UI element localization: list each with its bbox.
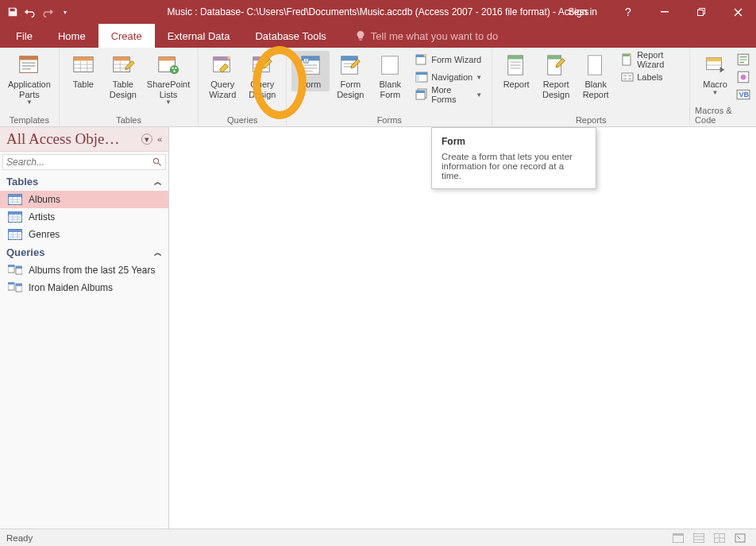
query-design-icon [249, 52, 275, 78]
redo-icon[interactable] [41, 6, 54, 18]
blank-report-label: Blank Report [583, 79, 609, 99]
nav-item-artists[interactable]: Artists [0, 208, 168, 226]
view-button-3[interactable] [710, 531, 729, 545]
tab-external-data[interactable]: External Data [155, 24, 243, 48]
svg-rect-55 [623, 78, 627, 80]
report-wizard-icon [621, 53, 634, 66]
module-icon[interactable] [736, 52, 750, 67]
svg-rect-41 [416, 91, 425, 93]
view-button-1[interactable] [669, 531, 688, 545]
help-button[interactable]: ? [610, 0, 646, 24]
minimize-button[interactable] [646, 0, 683, 24]
search-input[interactable] [6, 157, 152, 168]
blank-form-button[interactable]: Blank Form [371, 51, 409, 101]
table-design-button[interactable]: Table Design [104, 51, 142, 101]
svg-rect-37 [416, 72, 427, 75]
svg-rect-51 [623, 54, 631, 56]
blank-form-label: Blank Form [380, 79, 402, 99]
svg-rect-44 [511, 61, 521, 63]
nav-item-albums[interactable]: Albums [0, 191, 168, 208]
form-wizard-button[interactable]: Form Wizard [411, 51, 487, 68]
svg-rect-78 [16, 284, 22, 286]
nav-pane-header[interactable]: All Access Obje… ▾ « [0, 127, 168, 152]
blank-report-button[interactable]: Blank Report [577, 51, 615, 101]
svg-text:VB: VB [739, 91, 749, 99]
form-tooltip: Form Create a form that lets you enter i… [431, 127, 596, 189]
svg-rect-4 [20, 56, 38, 60]
nav-section-queries[interactable]: Queries ︽ [0, 243, 168, 261]
svg-rect-58 [706, 58, 721, 62]
group-macros: Macro ▼ VB Macros & Code [690, 48, 756, 126]
application-parts-icon [17, 52, 42, 78]
form-icon [298, 52, 323, 78]
report-wizard-button[interactable]: Report Wizard [616, 51, 685, 68]
form-design-icon [338, 52, 363, 78]
report-button[interactable]: Report [497, 51, 535, 91]
nav-item-label: Artists [29, 211, 55, 223]
svg-rect-81 [693, 533, 704, 543]
save-icon[interactable] [6, 6, 19, 18]
svg-rect-46 [511, 68, 521, 69]
view-button-2[interactable] [689, 531, 708, 545]
view-button-4[interactable] [731, 531, 750, 545]
tell-me-search[interactable]: Tell me what you want to do [339, 24, 498, 48]
svg-rect-68 [9, 212, 22, 215]
workspace: All Access Obje… ▾ « Tables ︽ Albums Art… [0, 127, 756, 529]
tab-create[interactable]: Create [98, 24, 155, 48]
more-forms-label: More Forms [431, 85, 472, 104]
macro-button[interactable]: Macro ▼ [696, 51, 735, 96]
group-forms: Form Form Design Blank Form Form Wizard … [287, 48, 492, 126]
table-design-label: Table Design [110, 79, 137, 99]
nav-item-genres[interactable]: Genres [0, 226, 168, 243]
nav-search[interactable] [2, 154, 166, 170]
navigation-label: Navigation [431, 72, 472, 82]
blank-report-icon [583, 52, 608, 78]
nav-item-albums-25-years[interactable]: Albums from the last 25 Years [0, 261, 168, 279]
report-design-icon [543, 52, 569, 78]
form-design-button[interactable]: Form Design [331, 51, 369, 101]
table-icon [8, 229, 22, 240]
svg-rect-26 [304, 64, 318, 66]
group-templates-label: Templates [10, 114, 49, 125]
svg-rect-49 [588, 56, 602, 75]
table-icon [8, 194, 22, 205]
form-button[interactable]: Form [291, 51, 330, 91]
tell-me-placeholder: Tell me what you want to do [371, 30, 498, 42]
chevron-down-icon: ▼ [712, 91, 719, 95]
tab-database-tools[interactable]: Database Tools [242, 24, 338, 48]
close-button[interactable] [719, 0, 756, 24]
navigation-button[interactable]: Navigation ▼ [411, 68, 487, 86]
class-module-icon[interactable] [736, 70, 750, 84]
tooltip-body: Create a form that lets you enter inform… [442, 152, 586, 180]
more-forms-button[interactable]: More Forms ▼ [411, 86, 487, 103]
lightbulb-icon [355, 30, 366, 41]
nav-dropdown-icon[interactable]: ▾ [141, 134, 152, 145]
application-parts-button[interactable]: Application Parts ▼ [5, 51, 54, 106]
sharepoint-lists-button[interactable]: SharePoint Lists ▼ [144, 51, 193, 106]
undo-icon[interactable] [24, 6, 37, 18]
nav-section-tables-label: Tables [6, 176, 38, 188]
tab-home[interactable]: Home [45, 24, 98, 48]
table-button[interactable]: Table [64, 51, 102, 91]
group-tables: Table Table Design SharePoint Lists ▼ Ta… [60, 48, 199, 126]
query-icon [8, 282, 22, 293]
svg-rect-27 [304, 68, 318, 69]
report-design-button[interactable]: Report Design [537, 51, 575, 101]
query-wizard-button[interactable]: Query Wizard [203, 51, 241, 101]
nav-collapse-icon[interactable]: « [157, 134, 162, 144]
table-icon [8, 211, 22, 223]
tooltip-title: Form [442, 136, 586, 147]
query-design-button[interactable]: Query Design [243, 51, 281, 101]
query-wizard-icon [210, 52, 235, 78]
tab-file[interactable]: File [3, 24, 45, 48]
blank-form-icon [377, 52, 403, 78]
svg-rect-7 [22, 68, 31, 70]
search-icon[interactable] [152, 157, 162, 167]
nav-section-tables[interactable]: Tables ︽ [0, 172, 168, 191]
nav-item-iron-maiden[interactable]: Iron Maiden Albums [0, 279, 168, 296]
visual-basic-icon[interactable]: VB [736, 87, 750, 102]
qat-customize-icon[interactable]: ▾ [59, 6, 71, 18]
query-icon [8, 265, 22, 276]
labels-button[interactable]: Labels [616, 68, 685, 86]
restore-button[interactable] [683, 0, 719, 24]
